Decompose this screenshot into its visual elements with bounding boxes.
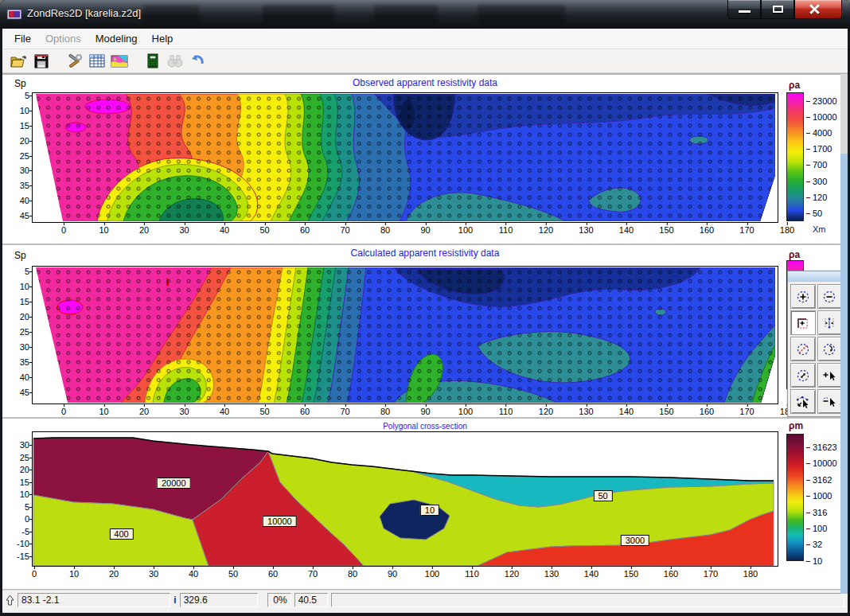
tick-label: 30 [179,407,189,416]
tick-label: 100 [458,407,473,416]
resistivity-value-label[interactable]: 10 [420,505,439,516]
menu-help[interactable]: Help [145,30,181,47]
calculated-plot[interactable] [32,266,778,404]
add-node-button[interactable] [790,284,816,309]
right-scrollbar[interactable] [840,74,848,594]
add-polygon-button[interactable] [790,310,816,335]
move-edge-button[interactable] [817,310,843,335]
tick-label: -5 [21,527,29,536]
calculator-icon [147,53,158,68]
tick-label: 150 [624,569,638,579]
title-bar[interactable]: ZondRes2D [karelia.z2d] [0,0,850,29]
polygon-tools-palette[interactable] [787,271,845,417]
data-table-button[interactable] [87,52,107,71]
cut-polygon-button[interactable] [790,337,816,361]
tick-label: 50 [813,209,822,218]
misfit-field: 329.6 [180,593,258,607]
resistivity-value-label[interactable]: 400 [109,528,133,540]
observed-plot[interactable] [32,92,778,223]
y-axis-label: Sp [14,78,26,89]
section-view-button[interactable] [109,52,130,71]
colorbar [786,92,804,221]
observed-panel: Observed apparent resistivity data Sp [2,73,848,244]
tick-label: 20 [139,407,149,416]
model-panel: Polygonal cross-section 20000400 [2,418,848,590]
add-vertex-button[interactable] [817,363,843,388]
scrollbar-thumb[interactable] [840,154,848,594]
minimize-button[interactable] [727,0,761,19]
tick-label: 10 [99,407,108,416]
resistivity-value-label[interactable]: 50 [593,490,612,501]
undo-button[interactable] [187,52,208,71]
tick-label: 4000 [813,128,832,138]
glass-reflection [374,5,438,22]
search-button[interactable] [165,52,185,71]
tick-label: 15 [20,478,29,487]
iteration-field: 40.5 [294,593,328,607]
progress-field: 0% [267,593,291,607]
toolbar [2,49,848,73]
tick-label: 60 [268,569,278,579]
menu-options[interactable]: Options [38,30,88,47]
delete-node-button[interactable] [817,284,843,309]
tick-label: 40 [220,407,229,416]
tick-label: 30 [20,166,29,175]
run-calculation-button[interactable] [142,52,163,71]
open-file-button[interactable] [9,52,29,71]
palette-title-bar[interactable] [788,271,844,282]
x-axis-label: Xm [813,224,826,234]
tick-label: 70 [340,407,349,416]
save-file-button[interactable] [31,52,52,71]
delete-vertex-button[interactable] [817,389,843,414]
tick-label: 20 [20,465,29,474]
tick-label: 10 [69,569,79,579]
settings-button[interactable] [64,52,85,71]
tick-label: 90 [420,407,430,416]
x-axis: 0102030405060708090100110120130140150160… [32,223,778,234]
tick-label: 130 [579,407,593,416]
menu-file[interactable]: File [7,30,38,47]
tick-label: 140 [619,225,634,235]
tick-label: 100 [425,569,439,579]
tick-label: 70 [308,569,318,579]
rotate-polygon-button[interactable] [817,337,843,361]
close-button[interactable] [794,0,842,19]
tick-label: 0 [32,569,37,579]
info-icon: i [174,593,177,607]
tick-label: 100 [458,225,473,235]
tick-label: -15 [17,552,29,561]
section-map-icon [111,55,128,68]
maximize-button[interactable] [761,0,794,19]
model-plot[interactable]: 200004001000010503000 [32,431,778,567]
plot-title: Polygonal cross-section [2,422,848,431]
tick-label: 40 [20,372,29,382]
tick-label: 10 [813,556,822,566]
tick-label: 80 [380,407,390,416]
calculated-panel: Calculated apparent resistivity data Sp [2,244,848,418]
add-node-icon [796,290,810,304]
tick-label: 10000 [813,458,837,468]
tick-label: 170 [739,407,754,416]
tick-label: 5 [25,502,29,512]
tick-label: 40 [20,196,29,205]
tick-label: 180 [743,569,758,579]
tick-label: 150 [659,225,673,235]
resistivity-value-label[interactable]: 20000 [157,478,191,489]
tick-label: 160 [700,225,714,235]
tick-label: 700 [813,160,827,170]
scale-polygon-button[interactable] [790,363,816,388]
status-message-field [331,593,844,607]
resistivity-value-label[interactable]: 3000 [621,535,649,546]
resistivity-value-label[interactable]: 10000 [263,516,297,527]
move-vertex-button[interactable] [790,389,816,414]
y-axis: 51015202530354045 [2,92,32,223]
tick-label: 25 [20,151,29,161]
tick-label: 5 [25,91,29,100]
menu-modeling[interactable]: Modeling [88,30,145,47]
tick-label: 120 [539,407,553,416]
cut-polygon-icon [796,342,810,357]
tick-label: 30 [179,225,189,235]
folder-open-icon [10,54,28,68]
tick-label: 100 [813,524,827,533]
tick-label: 0 [61,407,66,416]
